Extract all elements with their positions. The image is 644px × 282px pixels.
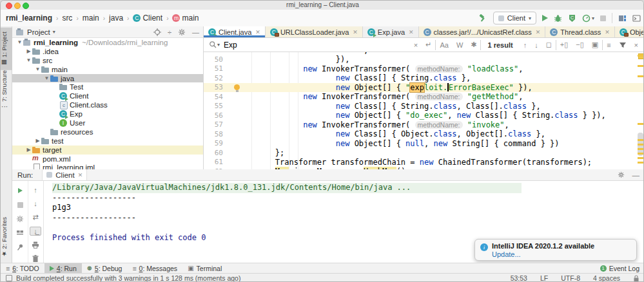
add-occurrence-icon[interactable]: +▯ [560,41,568,49]
up-stack-icon[interactable]: ↑ [30,186,41,194]
code-line-52[interactable]: 52 new Class[] { String.class }, [204,73,644,83]
warning-stripe-mark[interactable] [638,162,643,164]
intention-bulb-icon[interactable] [234,84,240,90]
tab-Exp.java[interactable]: CExp.java✕ [363,26,419,37]
code-line-58[interactable]: 58 new Class[] { Object.class, Object[].… [204,129,644,139]
tree-item-resources[interactable]: resources [12,127,203,136]
hide-panel-icon[interactable]: — [192,28,199,36]
tree-item-Exp[interactable]: CExp [12,109,203,118]
open-in-find-window-icon[interactable]: ◻ [546,41,552,49]
code-line-60[interactable]: 60 }; [204,148,644,158]
warning-stripe-mark[interactable] [638,123,643,125]
print-icon[interactable] [30,241,41,249]
collapse-all-icon[interactable]: ÷ [168,28,171,36]
search-icon[interactable] [209,41,217,49]
update-notification[interactable]: i IntelliJ IDEA 2020.1.2 available Updat… [474,239,637,261]
scroll-to-end-icon[interactable]: ↓̲ [30,227,41,236]
editor-scrollbar[interactable] [636,52,644,169]
soft-wrap-icon[interactable]: ⇄ [30,213,41,221]
tree-item-pom.xml[interactable]: pom.xml [12,155,203,164]
tree-expanded-arrow-icon[interactable]: ▼ [34,66,41,72]
tree-item-test[interactable]: ▶test [12,136,203,146]
project-panel-title[interactable]: Project [27,28,50,36]
indent-setting[interactable]: 4 spaces [593,274,620,282]
multiline-icon[interactable]: ≡ [607,41,610,49]
code-line-53[interactable]: 53 new Object[] { "exploit.ErrorBaseExec… [204,83,644,93]
tree-item-java[interactable]: ▼java [12,74,203,83]
breadcrumb-item-main[interactable]: mmain [172,14,199,23]
close-icon[interactable]: ✕ [78,172,83,178]
tree-collapsed-arrow-icon[interactable]: ▶ [25,147,32,153]
clear-icon[interactable]: × [414,41,418,49]
warning-stripe-mark[interactable] [638,55,643,57]
tab-classes.jar!/.../UnicastRef.class[interactable]: Cclasses.jar!/.../UnicastRef.class✕ [419,26,546,37]
warning-stripe-mark[interactable] [638,148,643,150]
tool-window-button-0: Messages[interactable]: ≡0: Messages [127,263,182,273]
match-case-toggle[interactable]: Aa [440,41,448,49]
background-tasks-icon[interactable] [6,275,12,281]
code-line-59[interactable]: 59 new Object[] { null, new String[] { c… [204,139,644,149]
whole-words-toggle[interactable]: W [456,41,463,49]
code-line-61[interactable]: 61 Transformer transformedChain = new Ch… [204,158,644,167]
run-configuration-select[interactable]: Client ▾ [493,12,536,24]
gear-icon[interactable] [178,28,186,36]
settings-icon[interactable] [15,214,25,223]
caret-position[interactable]: 53:53 [511,274,527,282]
event-log-button[interactable]: 1Event Log [595,263,644,273]
breadcrumb-item-java[interactable]: java [109,14,123,23]
warning-stripe-mark[interactable] [638,144,643,146]
tree-item-rmi_learning[interactable]: ▼rmi_learning~/Downloads/rmi_learning [12,38,203,47]
warning-stripe-mark[interactable] [638,153,643,155]
next-match-icon[interactable]: ↓ [534,41,538,49]
tool-window-button-Terminal[interactable]: ▣Terminal [182,263,227,273]
tab-URLClassLoader.java[interactable]: CURLClassLoader.java✕ [266,26,363,37]
code-line-57[interactable]: 57 new InvokerTransformer( methodName: "… [204,120,644,130]
rerun-icon[interactable] [15,186,25,195]
debug-icon[interactable] [554,14,562,23]
clear-console-icon[interactable] [30,254,41,263]
warning-stripe-mark[interactable] [638,139,643,141]
filter-icon[interactable] [619,41,627,49]
tree-collapsed-arrow-icon[interactable]: ▶ [25,48,32,54]
chevron-down-icon[interactable]: ▾ [53,29,55,35]
gear-icon[interactable] [618,171,625,178]
profiler-button[interactable]: ▾ [582,14,594,23]
tab-Client.java[interactable]: CClient.java✕ [204,26,266,37]
tab-ObjectInputStream.java[interactable]: CObjectInputStream.java✕ [615,26,644,37]
down-stack-icon[interactable]: ↓ [30,200,41,208]
close-search-icon[interactable]: × [634,41,638,49]
dump-threads-icon[interactable] [15,229,25,238]
coverage-icon[interactable]: C [568,14,576,23]
tree-expanded-arrow-icon[interactable]: ▼ [16,39,23,45]
code-line-50[interactable]: 50 }), [204,55,644,64]
update-link[interactable]: Update... [492,250,631,258]
run-button[interactable] [542,15,548,21]
tab-Thread.class[interactable]: CThread.class✕ [545,26,615,37]
status-message[interactable]: Build completed successfully with 3 warn… [16,274,240,282]
tree-collapsed-arrow-icon[interactable]: ▶ [34,138,41,144]
run-anything-icon[interactable] [632,14,641,23]
layout-icon[interactable] [618,14,627,23]
regex-toggle[interactable]: ✱ [471,41,476,49]
run-tab-client[interactable]: Client ✕ [42,169,87,180]
tree-expanded-arrow-icon[interactable]: ▼ [25,57,32,63]
breadcrumb-item-main[interactable]: main [83,14,99,23]
close-tab-icon[interactable]: ✕ [536,29,541,35]
tree-expanded-arrow-icon[interactable]: ▼ [43,75,50,81]
tool-strip-structure[interactable]: ⋮ 7: Structure [1,66,12,113]
pin-icon[interactable] [15,243,25,252]
warning-stripe-mark[interactable] [638,75,643,77]
tool-strip-project[interactable]: ▦ 1: Project [1,28,12,70]
code-line-56[interactable]: 56 new Object[] { "do_exec", new Class[]… [204,111,644,120]
code-line-51[interactable]: 51 new InvokerTransformer( methodName: "… [204,64,644,74]
hide-panel-icon[interactable]: — [632,171,640,179]
tool-strip-favorites[interactable]: ★ 2: Favorites [1,213,12,261]
breadcrumb-item-rmi_learning[interactable]: rmi_learning [6,14,52,23]
tree-item-.idea[interactable]: ▶.idea [12,47,203,56]
tree-item-rmi_learning.iml[interactable]: rmi_learning.iml [12,163,203,169]
build-hammer-icon[interactable] [478,14,487,23]
close-tab-icon[interactable]: ✕ [353,29,358,35]
code-editor[interactable]: ,50 }),51 new InvokerTransformer( method… [204,52,644,169]
tree-item-User[interactable]: IUser [12,118,203,127]
lock-icon[interactable] [633,275,639,282]
